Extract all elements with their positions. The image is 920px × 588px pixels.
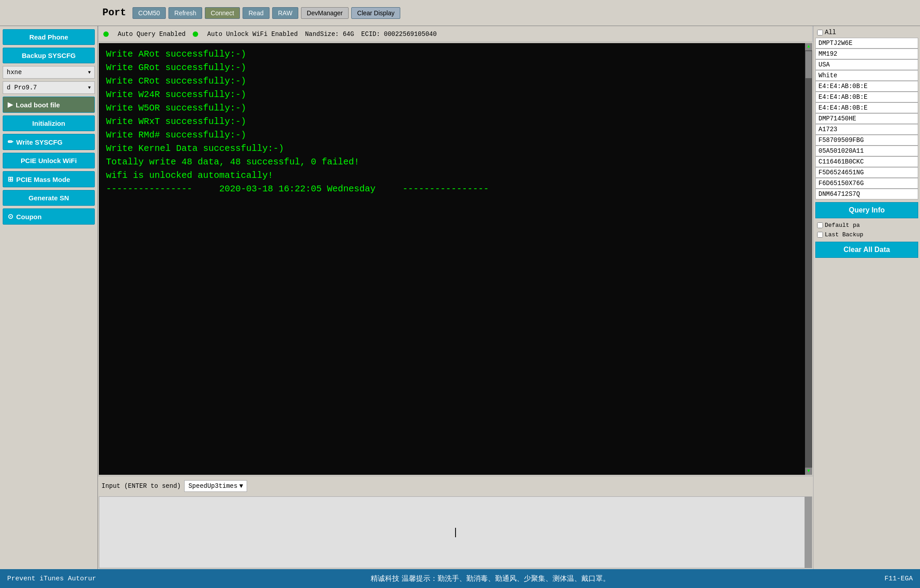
raw-button[interactable]: RAW — [272, 7, 298, 19]
auto-query-dot — [103, 31, 109, 37]
right-data-row: F6D65150X76G — [815, 178, 918, 189]
port-label: Port — [102, 7, 126, 18]
dropdown-hxne-label: hxne — [7, 69, 22, 76]
input-label: Input (ENTER to send) — [102, 482, 181, 490]
right-data-row: E4:E4:AB:0B:E — [815, 81, 918, 92]
nand-size-text: NandSize: 64G — [305, 31, 354, 38]
pcie-mass-button[interactable]: ⊞ PCIE Mass Mode — [3, 171, 95, 187]
ecid-text: ECID: 00022569105040 — [361, 31, 437, 38]
f11-label: F11-EGA — [885, 575, 913, 583]
lower-text-area[interactable]: | — [99, 496, 812, 568]
terminal-line: Write W5OR successfully:-) — [106, 102, 805, 115]
terminal-line: wifi is unlocked automatically! — [106, 169, 805, 182]
backup-syscfg-button[interactable]: Backup SYSCFG — [3, 48, 95, 63]
dropdown-arrow-2: ▼ — [88, 85, 91, 90]
bottom-bar: Prevent iTunes Autorur 精诚科技 温馨提示：勤洗手、勤消毒… — [0, 569, 920, 588]
terminal-line: Write GRot successfully:-) — [106, 61, 805, 75]
right-data-row: White — [815, 70, 918, 81]
dev-manager-button[interactable]: DevManager — [301, 7, 349, 19]
terminal-line: Write WRxT successfully:-) — [106, 115, 805, 128]
right-panel: All DMPTJ2W6EMM192USAWhiteE4:E4:AB:0B:EE… — [813, 26, 920, 569]
right-data-row: USA — [815, 59, 918, 70]
right-data-row: E4:E4:AB:0B:E — [815, 92, 918, 102]
pcie-icon: ⊞ — [8, 175, 13, 183]
terminal-output: Write ARot successfully:-)Write GRot suc… — [99, 43, 812, 475]
right-data-row: A1723 — [815, 124, 918, 135]
toolbar: Port COM50 Refresh Connect Read RAW DevM… — [0, 0, 920, 26]
right-data-row: DMPTJ2W6E — [815, 38, 918, 49]
right-data-rows: DMPTJ2W6EMM192USAWhiteE4:E4:AB:0B:EE4:E4… — [815, 38, 918, 199]
dropdown-dpro[interactable]: d Pro9.7 ▼ — [3, 81, 95, 94]
main-area: Write ARot successfully:-)Write GRot suc… — [98, 42, 813, 569]
speed-dropdown-arrow: ▼ — [239, 482, 243, 490]
checkbox-all-row: All — [815, 28, 918, 37]
clear-all-button[interactable]: Clear All Data — [815, 242, 918, 258]
lower-scrollbar[interactable] — [805, 497, 812, 568]
scroll-up-button[interactable]: ▲ — [805, 43, 812, 50]
terminal-line: Totally write 48 data, 48 successful, 0 … — [106, 155, 805, 169]
last-backup-row: Last Backup — [815, 230, 918, 239]
dropdown-arrow-1: ▼ — [88, 70, 91, 75]
right-data-row: DNM64712S7Q — [815, 189, 918, 199]
cursor-indicator: | — [452, 527, 458, 538]
scroll-down-button[interactable]: ▼ — [805, 468, 812, 475]
terminal-line: Write CRot successfully:-) — [106, 75, 805, 88]
terminal-scrollbar[interactable]: ▲ ▼ — [805, 43, 812, 475]
right-data-row: E4:E4:AB:0B:E — [815, 102, 918, 113]
load-boot-icon: ▶ — [8, 101, 13, 109]
generate-sn-button[interactable]: Generate SN — [3, 190, 95, 206]
right-data-row: F5D6524651NG — [815, 167, 918, 178]
scroll-thumb[interactable] — [805, 51, 812, 78]
checkbox-all[interactable] — [817, 30, 823, 35]
speed-dropdown[interactable]: SpeedUp3times ▼ — [184, 480, 247, 492]
default-pa-row: Default pa — [815, 221, 918, 230]
terminal-line: Write Kernel Data successfully:-) — [106, 142, 805, 155]
com-button[interactable]: COM50 — [133, 7, 166, 19]
right-data-row: DMP71450HE — [815, 113, 918, 124]
load-boot-button[interactable]: ▶ Load boot file — [3, 97, 95, 113]
coupon-button[interactable]: ⊙ Coupon — [3, 208, 95, 225]
right-data-row: MM192 — [815, 49, 918, 59]
checkbox-all-label: All — [825, 29, 836, 36]
coupon-label: Coupon — [16, 213, 42, 221]
connect-button[interactable]: Connect — [205, 7, 240, 19]
right-data-row: F58709509FBG — [815, 135, 918, 146]
terminal-line: Write W24R successfully:-) — [106, 88, 805, 102]
dropdown-hxne[interactable]: hxne ▼ — [3, 66, 95, 79]
checkbox-last-backup[interactable] — [817, 232, 823, 238]
pcie-wifi-button[interactable]: PCIE Unlock WiFi — [3, 153, 95, 168]
read-phone-button[interactable]: Read Phone — [3, 29, 95, 45]
speed-dropdown-value: SpeedUp3times — [188, 482, 237, 490]
auto-unlock-text: Auto Unlock WiFi Enabled — [207, 31, 298, 38]
auto-unlock-dot — [193, 31, 198, 37]
port-section: Port COM50 Refresh Connect Read RAW DevM… — [102, 7, 400, 19]
read-button[interactable]: Read — [243, 7, 269, 19]
terminal-line: ---------------- 2020-03-18 16:22:05 Wed… — [106, 182, 805, 196]
chinese-notice-text: 精诚科技 温馨提示：勤洗手、勤消毒、勤通风、少聚集、测体温、戴口罩。 — [96, 574, 885, 584]
auto-query-text: Auto Query Enabled — [118, 31, 186, 38]
write-syscfg-label: Write SYSCFG — [16, 138, 62, 146]
terminal-lines-container: Write ARot successfully:-)Write GRot suc… — [106, 48, 805, 196]
terminal-line: Write ARot successfully:-) — [106, 48, 805, 61]
refresh-button[interactable]: Refresh — [168, 7, 202, 19]
checkbox-default[interactable] — [817, 222, 823, 228]
pcie-mass-label: PCIE Mass Mode — [16, 176, 70, 183]
last-backup-label: Last Backup — [825, 231, 863, 238]
clear-display-button[interactable]: Clear Display — [351, 7, 400, 19]
write-icon: ✏ — [8, 138, 13, 146]
load-boot-label: Load boot file — [16, 101, 60, 109]
right-data-row: 05A501020A11 — [815, 146, 918, 156]
query-info-button[interactable]: Query Info — [815, 202, 918, 218]
status-bar: Auto Query Enabled Auto Unlock WiFi Enab… — [99, 26, 812, 42]
write-syscfg-button[interactable]: ✏ Write SYSCFG — [3, 134, 95, 150]
sidebar: Read Phone Backup SYSCFG hxne ▼ d Pro9.7… — [0, 26, 98, 569]
prevent-itunes-label: Prevent iTunes Autorur — [7, 575, 96, 583]
dropdown-dpro-label: d Pro9.7 — [7, 84, 37, 91]
coupon-icon: ⊙ — [8, 212, 13, 221]
default-pa-label: Default pa — [825, 222, 860, 229]
terminal-line: Write RMd# successfully:-) — [106, 128, 805, 142]
right-data-row: C116461B0CKC — [815, 156, 918, 167]
initialize-button[interactable]: Initializion — [3, 115, 95, 131]
input-bar: Input (ENTER to send) SpeedUp3times ▼ — [98, 476, 813, 495]
